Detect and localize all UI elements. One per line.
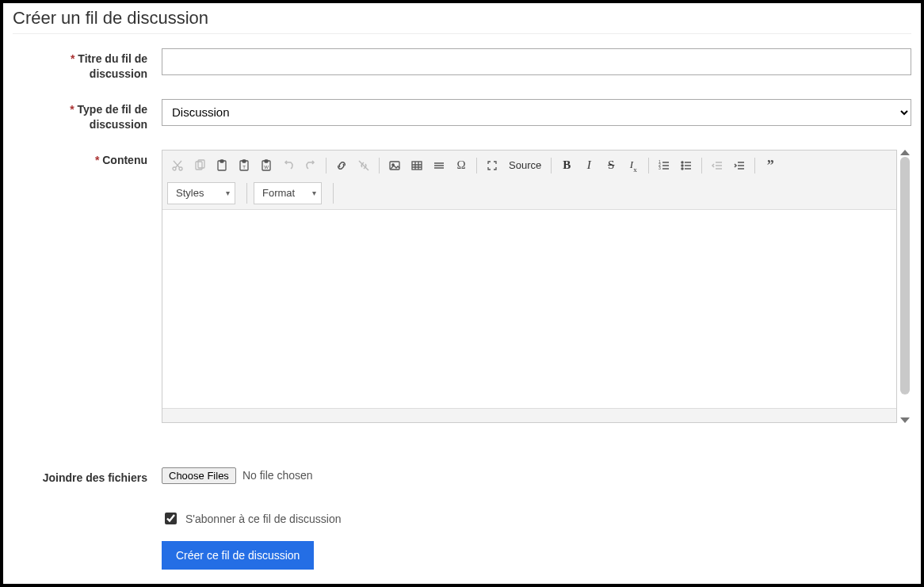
bullet-list-icon[interactable] (676, 155, 697, 176)
row-content: * Contenu (13, 150, 911, 423)
label-thread-title: * Titre du fil de discussion (13, 48, 162, 82)
row-thread-title: * Titre du fil de discussion (13, 48, 911, 82)
chevron-down-icon: ▾ (312, 189, 316, 197)
editor-wrap: T W (162, 150, 911, 423)
svg-text:3: 3 (659, 166, 661, 170)
styles-dropdown[interactable]: Styles ▾ (167, 182, 235, 204)
format-dropdown[interactable]: Format ▾ (254, 182, 322, 204)
row-submit: Créer ce fil de discussion (13, 541, 911, 570)
label-content: * Contenu (13, 150, 162, 168)
svg-point-1 (179, 167, 182, 170)
svg-text:T: T (242, 165, 246, 170)
svg-text:W: W (264, 165, 269, 170)
svg-point-19 (682, 165, 683, 166)
rich-text-editor: T W (162, 150, 897, 423)
label-thread-type: * Type de fil de discussion (13, 99, 162, 132)
format-label: Format (262, 187, 295, 199)
editor-toolbar: T W (162, 151, 896, 210)
scroll-up-icon[interactable] (900, 150, 910, 155)
svg-rect-10 (265, 160, 268, 162)
outdent-icon[interactable] (707, 155, 727, 176)
paste-text-icon[interactable]: T (234, 155, 254, 176)
paste-icon[interactable] (212, 155, 232, 176)
toolbar-separator (379, 158, 380, 173)
toolbar-separator (333, 183, 334, 204)
thread-title-input[interactable] (162, 48, 911, 75)
source-label: Source (509, 159, 541, 171)
choose-files-button[interactable]: Choose Files (162, 467, 236, 484)
svg-rect-7 (242, 160, 246, 162)
label-attach-files: Joindre des fichiers (13, 467, 162, 486)
create-thread-button[interactable]: Créer ce fil de discussion (162, 541, 314, 570)
numbered-list-icon[interactable]: 123 (654, 155, 674, 176)
svg-point-0 (173, 167, 176, 170)
maximize-icon[interactable] (482, 155, 502, 176)
source-button[interactable]: Source (504, 155, 546, 176)
special-char-icon[interactable]: Ω (451, 155, 472, 176)
required-mark: * (70, 103, 74, 116)
svg-rect-5 (220, 160, 223, 162)
editor-footer (162, 408, 896, 422)
label-thread-title-text: Titre du fil de discussion (78, 52, 147, 80)
thread-type-select[interactable]: Discussion (162, 99, 911, 126)
bold-icon[interactable]: B (556, 155, 577, 176)
indent-icon[interactable] (729, 155, 750, 176)
editor-scrollbar[interactable] (899, 150, 911, 423)
required-mark: * (71, 52, 74, 65)
form-container: Créer un fil de discussion * Titre du fi… (0, 0, 924, 587)
svg-rect-14 (412, 162, 422, 170)
cut-icon[interactable] (167, 155, 188, 176)
image-icon[interactable] (384, 155, 405, 176)
editor-body[interactable] (162, 210, 896, 408)
copy-icon[interactable] (189, 155, 210, 176)
subscribe-checkbox-label[interactable]: S'abonner à ce fil de discussion (162, 510, 911, 527)
row-thread-type: * Type de fil de discussion Discussion (13, 99, 911, 132)
svg-point-18 (682, 162, 683, 163)
undo-icon[interactable] (278, 155, 299, 176)
strike-icon[interactable]: S (601, 155, 621, 176)
scroll-track[interactable] (900, 157, 910, 416)
label-content-text: Contenu (102, 154, 147, 166)
row-subscribe: S'abonner à ce fil de discussion (13, 510, 911, 527)
italic-icon[interactable]: I (578, 155, 599, 176)
blockquote-icon[interactable]: ” (760, 155, 781, 176)
svg-point-20 (682, 168, 683, 170)
row-attach-files: Joindre des fichiers Choose Files No fil… (13, 467, 911, 486)
required-mark: * (95, 154, 99, 166)
link-icon[interactable] (331, 155, 352, 176)
unlink-icon[interactable] (353, 155, 374, 176)
toolbar-separator (551, 158, 552, 173)
file-status-text: No file chosen (242, 469, 313, 482)
toolbar-separator (701, 158, 702, 173)
toolbar-separator (476, 158, 477, 173)
toolbar-row-2: Styles ▾ Format ▾ (167, 177, 892, 206)
toolbar-separator (326, 158, 326, 173)
toolbar-separator (246, 183, 247, 204)
scroll-down-icon[interactable] (900, 417, 910, 423)
subscribe-label-text: S'abonner à ce fil de discussion (185, 513, 341, 525)
toolbar-separator (754, 158, 755, 173)
toolbar-separator (648, 158, 649, 173)
scroll-thumb[interactable] (900, 157, 910, 395)
styles-label: Styles (176, 187, 204, 199)
remove-format-icon[interactable]: Ix (623, 155, 643, 176)
horizontal-rule-icon[interactable] (429, 155, 449, 176)
table-icon[interactable] (407, 155, 427, 176)
page-title: Créer un fil de discussion (13, 8, 911, 34)
paste-word-icon[interactable]: W (256, 155, 277, 176)
redo-icon[interactable] (300, 155, 321, 176)
toolbar-row-1: T W (167, 154, 892, 177)
label-thread-type-text: Type de fil de discussion (78, 103, 147, 131)
subscribe-checkbox[interactable] (165, 513, 177, 524)
chevron-down-icon: ▾ (226, 189, 230, 197)
